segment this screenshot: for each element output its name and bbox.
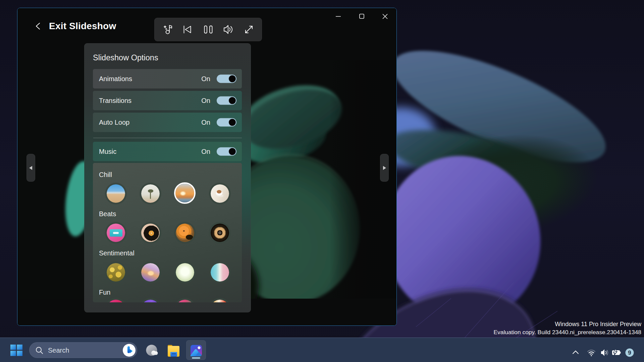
svg-text:9: 9 (628, 350, 631, 356)
